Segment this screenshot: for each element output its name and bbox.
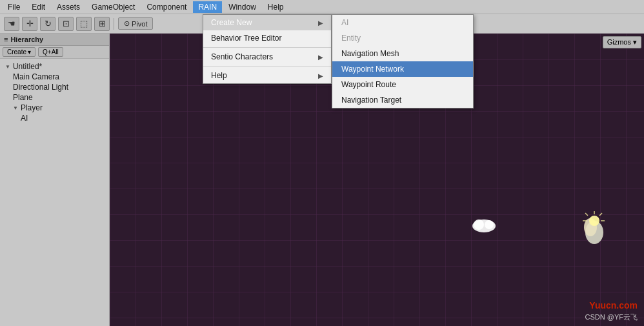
hierarchy-icon: ≡ [4, 36, 8, 43]
dropdown-arrow-icon: ▾ [28, 48, 31, 56]
hierarchy-search-btn[interactable]: Q+All [38, 47, 63, 57]
hierarchy-toolbar: Create ▾ Q+All [0, 46, 109, 59]
submenu-item-entity: Entity [332, 30, 473, 46]
triangle-icon-player: ▼ [13, 105, 18, 111]
rain-menu-behavior-tree[interactable]: Behavior Tree Editor [203, 30, 331, 46]
submenu-item-waypoint-network[interactable]: Waypoint Network [332, 61, 473, 77]
transform-tool-btn[interactable]: ⊞ [94, 17, 110, 31]
rain-menu-sentio[interactable]: Sentio Characters ▶ [203, 49, 331, 65]
rain-menu-help[interactable]: Help ▶ [203, 68, 331, 83]
submenu-create-new: AI Entity Navigation Mesh Waypoint Netwo… [332, 14, 474, 108]
viewport-cloud-object [471, 214, 497, 236]
rect-tool-btn[interactable]: ⬚ [76, 17, 92, 31]
svg-point-5 [589, 216, 599, 226]
help-arrow-icon: ▶ [318, 72, 323, 79]
menu-edit[interactable]: Edit [26, 1, 50, 13]
menu-assets[interactable]: Assets [52, 1, 85, 13]
watermark-sub: CSDN @YF云飞 [585, 312, 638, 322]
pivot-button[interactable]: ⊙ Pivot [118, 17, 153, 30]
triangle-icon: ▼ [5, 64, 10, 70]
menu-window[interactable]: Window [223, 1, 261, 13]
submenu-item-waypoint-route[interactable]: Waypoint Route [332, 77, 473, 92]
submenu-arrow-icon: ▶ [318, 19, 323, 26]
hierarchy-item-main-camera[interactable]: Main Camera [0, 72, 109, 82]
hierarchy-header: ≡ Hierarchy [0, 34, 109, 46]
hierarchy-item-player[interactable]: ▼ Player [0, 103, 109, 113]
hand-tool-btn[interactable]: ☚ [4, 17, 19, 31]
hierarchy-create-btn[interactable]: Create ▾ [3, 47, 35, 57]
rain-menu-sep-1 [203, 47, 331, 48]
menu-file[interactable]: File [3, 1, 25, 13]
submenu-item-navigation-target[interactable]: Navigation Target [332, 92, 473, 108]
svg-point-1 [474, 219, 484, 230]
move-tool-btn[interactable]: ✛ [22, 17, 37, 31]
gizmos-button[interactable]: Gizmos ▾ [603, 36, 641, 48]
menu-help[interactable]: Help [263, 1, 289, 13]
rain-dropdown-menu: Create New ▶ Behavior Tree Editor Sentio… [203, 14, 332, 84]
svg-line-9 [585, 213, 588, 216]
menu-gameobject[interactable]: GameObject [86, 1, 140, 13]
sentio-arrow-icon: ▶ [318, 54, 323, 61]
submenu-item-ai: AI [332, 15, 473, 30]
scale-tool-btn[interactable]: ⊡ [58, 17, 74, 31]
hierarchy-item-directional-light[interactable]: Directional Light [0, 82, 109, 92]
menu-bar: File Edit Assets GameObject Component RA… [0, 0, 644, 14]
svg-line-7 [599, 213, 602, 216]
viewport-sun-object [576, 208, 609, 249]
rain-menu-sep-2 [203, 66, 331, 66]
menu-component[interactable]: Component [141, 1, 192, 13]
hierarchy-title: Hierarchy [10, 36, 43, 43]
pivot-icon: ⊙ [124, 19, 130, 28]
hierarchy-item-untitled[interactable]: ▼ Untitled* [0, 61, 109, 72]
rain-menu-create-new[interactable]: Create New ▶ [203, 15, 331, 30]
toolbar-sep-1 [114, 18, 114, 30]
menu-rain[interactable]: RAIN [193, 1, 222, 13]
rotate-tool-btn[interactable]: ↻ [40, 17, 55, 31]
watermark-brand: Yuucn.com [589, 300, 638, 311]
hierarchy-item-plane[interactable]: Plane [0, 92, 109, 103]
svg-point-2 [485, 220, 494, 229]
hierarchy-item-ai[interactable]: AI [0, 113, 109, 123]
hierarchy-content: ▼ Untitled* Main Camera Directional Ligh… [0, 59, 109, 326]
pivot-label: Pivot [132, 20, 147, 28]
hierarchy-panel: ≡ Hierarchy Create ▾ Q+All ▼ Untitled* M… [0, 34, 110, 326]
submenu-item-navigation-mesh[interactable]: Navigation Mesh [332, 46, 473, 61]
